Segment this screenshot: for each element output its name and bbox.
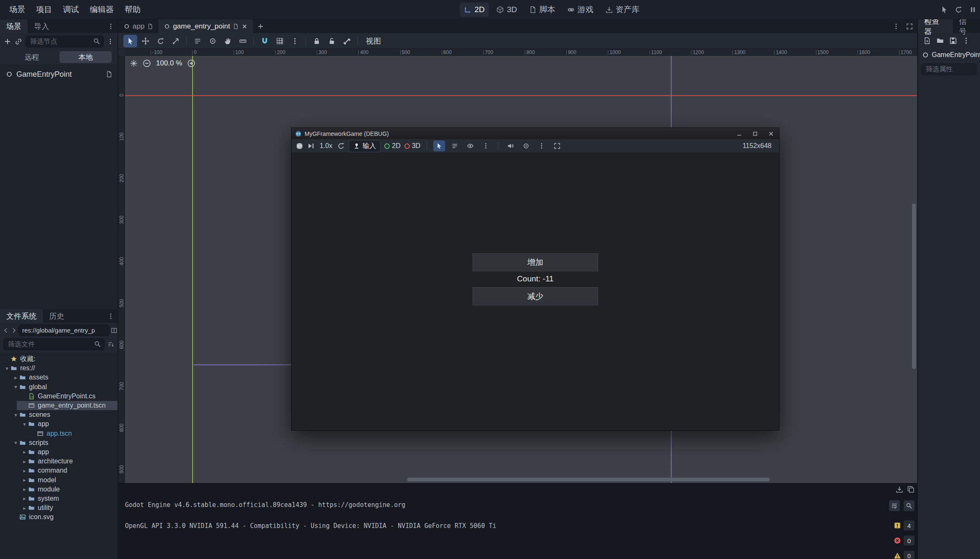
error-count-badge[interactable]: 0: [894, 536, 915, 546]
mode-3d-button[interactable]: 3D: [492, 3, 521, 17]
file-item-architecture[interactable]: ▸architecture: [0, 457, 117, 466]
tool-pivot-button[interactable]: [206, 35, 219, 47]
file-item-command[interactable]: ▸command: [0, 466, 117, 475]
file-item-game-entry-point-tscn[interactable]: game_entry_point.tscn: [0, 401, 117, 410]
split-view-icon[interactable]: [111, 327, 117, 334]
mode-2d-toggle[interactable]: 2D: [384, 142, 400, 150]
close-button[interactable]: [763, 128, 779, 139]
instance-scene-icon[interactable]: [15, 38, 22, 45]
copy-icon[interactable]: [907, 486, 915, 493]
game-select-tool-button[interactable]: [433, 140, 445, 151]
wrap-lines-button[interactable]: [889, 500, 900, 511]
sort-icon[interactable]: [107, 341, 114, 348]
snap-options-button[interactable]: [288, 35, 302, 47]
mode-game-button[interactable]: 游戏: [563, 2, 598, 18]
search-log-button[interactable]: [904, 500, 915, 511]
menu-help[interactable]: 帮助: [120, 2, 146, 18]
scene-tree-node-gameentrypoint[interactable]: GameEntryPoint: [0, 68, 117, 81]
expand-arrow-icon[interactable]: ▸: [21, 505, 28, 511]
grid-snap-button[interactable]: [273, 35, 287, 47]
tab-inspector[interactable]: 检查器: [918, 19, 953, 33]
tool-rotate-button[interactable]: [154, 35, 167, 47]
tab-import[interactable]: 导入: [28, 19, 55, 33]
reload-icon[interactable]: [955, 6, 962, 13]
file-item-gameentrypoint-cs[interactable]: C#GameEntryPoint.cs: [0, 392, 117, 401]
file-item-app[interactable]: ▾app: [0, 419, 117, 429]
expand-arrow-icon[interactable]: ▸: [21, 486, 28, 492]
local-button[interactable]: 本地: [60, 51, 112, 63]
zoom-in-icon[interactable]: [187, 59, 195, 68]
zoom-out-icon[interactable]: [143, 59, 151, 68]
add-node-icon[interactable]: [4, 38, 11, 45]
forward-icon[interactable]: [10, 327, 17, 334]
expand-arrow-icon[interactable]: ▾: [3, 365, 10, 372]
next-frame-icon[interactable]: [307, 142, 315, 150]
file-item-icon-svg[interactable]: icon.svg: [0, 512, 117, 522]
visibility-button[interactable]: [464, 140, 476, 151]
tool-list-select-button[interactable]: [190, 35, 204, 47]
close-tab-icon[interactable]: [242, 23, 248, 29]
load-resource-icon[interactable]: [936, 37, 944, 44]
pause-icon[interactable]: [969, 6, 977, 13]
mode-2d-button[interactable]: 2D: [460, 3, 489, 17]
expand-arrow-icon[interactable]: ▸: [21, 468, 28, 474]
time-scale-button[interactable]: 1.0x: [318, 142, 334, 150]
horizontal-scrollbar[interactable]: [407, 478, 770, 481]
mode-script-button[interactable]: 脚本: [525, 2, 560, 18]
expand-arrow-icon[interactable]: ▾: [21, 421, 28, 427]
view-menu-button[interactable]: 视图: [362, 36, 385, 46]
tab-scene[interactable]: 场景: [0, 19, 28, 33]
new-scene-tab-icon[interactable]: [257, 23, 264, 30]
select-options-button[interactable]: [480, 140, 492, 151]
save-log-icon[interactable]: [896, 486, 903, 493]
audio-mute-button[interactable]: [505, 140, 516, 151]
unlock-button[interactable]: [325, 35, 339, 47]
file-item-system[interactable]: ▸system: [0, 494, 117, 503]
expand-arrow-icon[interactable]: ▸: [21, 458, 28, 465]
skeleton-options-button[interactable]: [340, 35, 354, 47]
menu-project[interactable]: 项目: [31, 2, 57, 18]
embed-fullscreen-button[interactable]: [551, 140, 563, 151]
tab-history[interactable]: 历史: [43, 309, 70, 323]
reset-icon[interactable]: [337, 142, 345, 150]
expand-arrow-icon[interactable]: ▸: [12, 374, 19, 381]
resource-options-icon[interactable]: [962, 37, 970, 44]
expand-arrow-icon[interactable]: ▾: [12, 412, 19, 418]
debug-session-icon[interactable]: [296, 142, 303, 150]
scene-dock-menu-icon[interactable]: [107, 23, 114, 30]
tool-select-button[interactable]: [123, 35, 137, 47]
file-item-assets[interactable]: ▸assets: [0, 373, 117, 382]
expand-arrow-icon[interactable]: ▾: [12, 439, 19, 446]
tool-move-button[interactable]: [138, 35, 152, 47]
tool-pan-button[interactable]: [221, 35, 235, 47]
remote-button[interactable]: 远程: [6, 51, 58, 63]
vertical-scrollbar[interactable]: [912, 203, 916, 369]
mode-3d-toggle[interactable]: 3D: [404, 142, 420, 150]
scene-tab-app[interactable]: app: [118, 19, 159, 33]
increase-button[interactable]: 增加: [473, 253, 598, 271]
smart-snap-button[interactable]: [258, 35, 271, 47]
scene-tab-game-entry-point[interactable]: game_entry_point: [159, 19, 253, 33]
expand-arrow-icon[interactable]: ▸: [21, 495, 28, 502]
game-options-button[interactable]: [536, 140, 547, 151]
menu-scene[interactable]: 场景: [4, 2, 30, 18]
expand-arrow-icon[interactable]: ▸: [21, 449, 28, 455]
mode-assetlib-button[interactable]: 资产库: [601, 2, 644, 18]
lock-button[interactable]: [310, 35, 323, 47]
file-item-utility[interactable]: ▸utility: [0, 503, 117, 512]
file-item-app[interactable]: ▸app: [0, 447, 117, 457]
minimize-button[interactable]: [731, 128, 747, 139]
file-item-scenes[interactable]: ▾scenes: [0, 410, 117, 419]
scene-filter-input[interactable]: [26, 36, 104, 47]
property-filter-field[interactable]: 筛选属性: [921, 63, 977, 75]
tool-scale-button[interactable]: [169, 35, 182, 47]
node-list-button[interactable]: [449, 140, 461, 151]
camera-override-button[interactable]: [520, 140, 532, 151]
warning-count-badge[interactable]: 0: [894, 551, 915, 559]
favorites-row[interactable]: 收藏:: [0, 354, 117, 364]
input-toggle-button[interactable]: 输入: [349, 140, 381, 152]
tab-filesystem[interactable]: 文件系统: [0, 309, 43, 323]
attached-script-icon[interactable]: [106, 71, 112, 78]
message-count-badge[interactable]: 4: [894, 520, 915, 530]
pointer-icon[interactable]: [941, 6, 948, 13]
